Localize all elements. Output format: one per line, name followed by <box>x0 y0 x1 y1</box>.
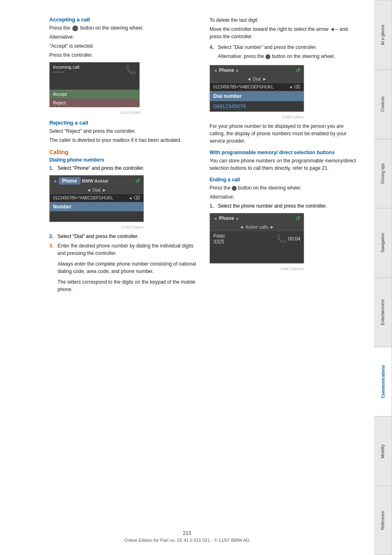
step-1-text: Select "Phone" and press the controller. <box>58 164 144 172</box>
call-duration: 00:04 <box>288 236 300 242</box>
nav-right-arrow-1: ► <box>102 187 106 192</box>
programmable-memory-title: With programmable memory/ direct selecti… <box>210 150 357 155</box>
accept-button-display: Accept <box>50 90 139 98</box>
phone-icon-2: ↺ <box>295 67 300 74</box>
phone-label-2: Phone <box>219 67 234 73</box>
incoming-call-dots: ••••• <box>53 69 79 74</box>
active-calls-label: Active calls <box>245 224 268 229</box>
call-phone-icon: 📞 <box>276 234 286 244</box>
screen-caption-1: C01UT1088 <box>49 111 140 115</box>
accepting-call-text2: "Accept" is selected. <box>49 42 197 50</box>
screen-caption-4: C28KT1903A3 <box>210 267 304 271</box>
backspace-icon-1: ⌫ <box>134 195 140 201</box>
ending-call-text1: Press the button on the steering wheel. <box>210 184 357 192</box>
screen-caption-2: C28UT1884S <box>49 225 144 229</box>
backspace-area-1: ◄ ⌫ <box>129 195 140 201</box>
phone-icon-3: ↺ <box>295 215 300 222</box>
tab-communications[interactable]: Communications <box>374 347 392 416</box>
dial-number-highlight: Dial number <box>210 91 304 101</box>
phone-display-text: For your phone number to be displayed to… <box>210 123 357 145</box>
tab-entertainment[interactable]: Entertainment <box>374 278 392 347</box>
active-calls-empty <box>210 247 304 263</box>
sidebar: At a glance Controls Driving tips Naviga… <box>374 0 392 555</box>
accepting-call-text3: Press the controller. <box>49 51 197 59</box>
rejecting-call-text1: Select "Reject" and press the controller… <box>49 127 197 135</box>
backspace-icon-2: ⌫ <box>294 84 300 90</box>
incoming-call-label: Incoming call <box>53 65 79 69</box>
tab-controls[interactable]: Controls <box>374 69 392 139</box>
programmable-memory-section: With programmable memory/ direct selecti… <box>210 150 357 172</box>
incoming-call-screen: Incoming call ••••• 📞 Accept Reject <box>49 62 140 107</box>
phone-btn-icon-2 <box>265 54 270 59</box>
rejecting-call-text2: The caller is diverted to your mailbox i… <box>49 136 197 144</box>
end-step-1-text: Select the phone number and press the co… <box>218 202 327 210</box>
accepting-call-text1: Press the button on the steering wheel. <box>49 24 197 32</box>
dial-nav: Dial <box>93 187 101 192</box>
dial-screen-2: ◄ Phone ► ↺ ◄ Dial ► 0123456789+*#ABCDEF… <box>210 65 304 112</box>
delete-note-text: To delete the last digit: <box>210 16 357 24</box>
rejecting-call-title: Rejecting a call <box>49 120 197 126</box>
programmable-memory-text: You can store phone numbers on the progr… <box>210 157 357 172</box>
screen-empty-area <box>50 211 143 222</box>
digits-display-1: 0123456789+*#ABCDEFGHIJKL <box>53 196 113 200</box>
phone-label-3: Phone <box>219 215 234 221</box>
left-arrow-icon: ◄ <box>129 196 132 200</box>
backspace-area-2: ◄ ⌫ <box>289 84 300 90</box>
nav-left-arrow-4: ◄ <box>247 76 251 81</box>
step-3-text: Enter the desired phone number by dialin… <box>58 242 197 257</box>
rejecting-call-section: Rejecting a call Select "Reject" and pre… <box>49 120 197 144</box>
step-2: 2. Select "Dial" and press the controlle… <box>49 233 197 240</box>
number-label-1: Number <box>53 204 71 210</box>
nav-right-arrow-4: ► <box>236 216 240 221</box>
step-3-extra1: Always enter the complete phone number c… <box>58 260 197 275</box>
phone-display-note: For your phone number to be displayed to… <box>210 123 357 145</box>
screen-caption-3: C28ET1885A <box>210 115 304 119</box>
delete-text: Move the controller toward the right to … <box>210 25 357 40</box>
tab-reference[interactable]: Reference <box>374 486 392 555</box>
tab-mobility[interactable]: Mobility <box>374 416 392 486</box>
caller-number: 3325 <box>213 239 225 245</box>
tab-driving-tips[interactable]: Driving tips <box>374 139 392 208</box>
dial-screen-1: ◄ Phone BMW Assist ↺ ◄ Dial ► 0123456789… <box>49 175 144 222</box>
tab-at-a-glance[interactable]: At a glance <box>374 0 392 69</box>
phone-number-display: 08912345678 <box>210 101 304 111</box>
accepting-call-title: Accepting a call <box>49 16 197 23</box>
caller-name: Peter <box>213 233 225 239</box>
ending-call-section: Ending a call Press the button on the st… <box>210 177 357 271</box>
nav-right-arrow-5: ► <box>270 224 274 229</box>
phone-tab: Phone <box>59 177 81 185</box>
nav-left-arrow-3: ◄ <box>213 68 217 73</box>
step-2-text: Select "Dial" and press the controller. <box>58 233 138 240</box>
footer: 213 Online Edition for Part no. 01 41 0 … <box>0 530 374 543</box>
step-1: 1. Select "Phone" and press the controll… <box>49 164 197 172</box>
left-arrow-icon-2: ◄ <box>289 85 293 89</box>
step-4-alt: Alternative: press the button on the ste… <box>218 53 335 60</box>
step-4: 4. Select "Dial number" and press the co… <box>210 44 357 62</box>
tab-navigation[interactable]: Navigation <box>374 208 392 278</box>
dialing-title: Dialing phone numbers <box>49 157 197 163</box>
digits-display-2: 0123456789+*#ABCDEFGHIJKL <box>213 85 273 89</box>
number-input-1: Number <box>50 202 143 211</box>
nav-left-arrow-1: ◄ <box>53 179 57 183</box>
accepting-call-section: Accepting a call Press the button on the… <box>49 16 197 115</box>
step-4-text: Select "Dial number" and press the contr… <box>218 44 335 51</box>
nav-left-arrow-2: ◄ <box>87 187 91 192</box>
nav-right-arrow-3: ► <box>262 76 267 81</box>
phone-btn-icon-3 <box>232 186 237 191</box>
ending-call-alternative: Alternative: <box>210 193 357 201</box>
end-step-1: 1. Select the phone number and press the… <box>210 202 357 210</box>
step-3: 3. Enter the desired phone number by dia… <box>49 242 197 295</box>
incoming-call-phone-icon: 📞 <box>125 65 136 75</box>
reject-button-display: Reject <box>50 98 139 107</box>
bmw-assist-tab: BMW Assist <box>82 178 108 183</box>
nav-left-arrow-5: ◄ <box>213 216 217 221</box>
dial-nav-2: Dial <box>253 76 261 81</box>
copyright-text: Online Edition for Part no. 01 41 0 015 … <box>0 538 374 543</box>
page-number: 213 <box>0 530 374 536</box>
ending-call-title: Ending a call <box>210 177 357 183</box>
nav-right-arrow-2: ► <box>236 68 240 73</box>
step-3-extra2: The letters correspond to the digits on … <box>58 278 197 293</box>
calling-title: Calling <box>49 149 197 155</box>
phone-button-icon <box>72 25 78 31</box>
active-calls-screen: ◄ Phone ► ↺ ◄ Active calls ► Peter <box>210 213 304 264</box>
